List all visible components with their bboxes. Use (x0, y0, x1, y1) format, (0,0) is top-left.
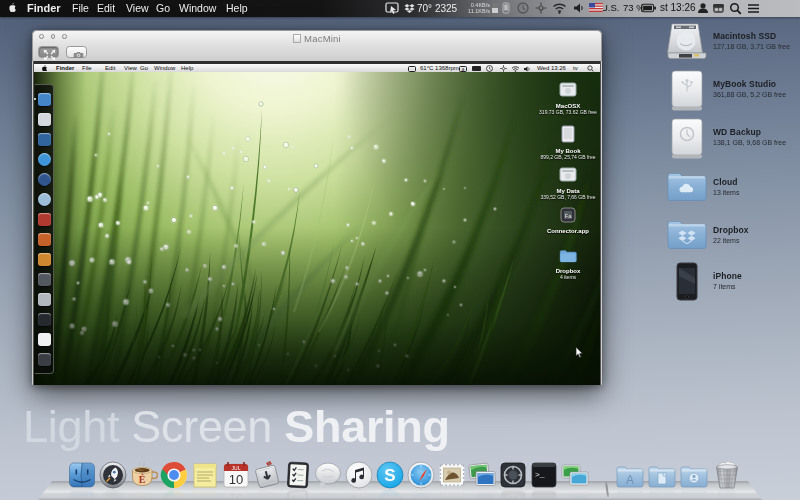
svg-text:S: S (384, 466, 395, 485)
svg-text:A: A (626, 473, 634, 487)
svg-text:É: É (138, 494, 145, 500)
svg-text:S: S (384, 493, 395, 500)
svg-text:É: É (138, 474, 145, 485)
svg-text:Fa: Fa (564, 213, 572, 219)
svg-text:10: 10 (229, 472, 243, 487)
svg-text:10: 10 (229, 491, 243, 500)
svg-text:>_: >_ (535, 470, 545, 479)
svg-text:JUL: JUL (232, 465, 241, 471)
svg-text:A: A (626, 491, 634, 500)
